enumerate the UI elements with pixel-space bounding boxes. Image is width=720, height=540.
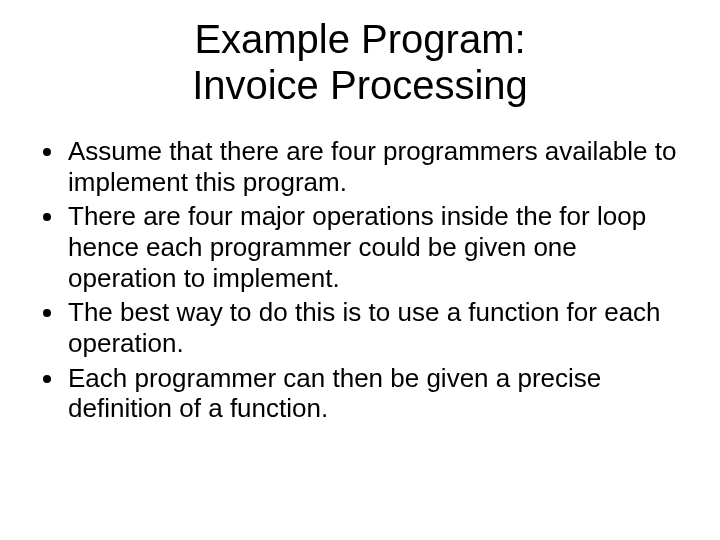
title-line-2: Invoice Processing [192,63,528,107]
slide-title: Example Program: Invoice Processing [36,16,684,108]
slide: Example Program: Invoice Processing Assu… [0,0,720,540]
list-item: Assume that there are four programmers a… [66,136,684,197]
list-item: There are four major operations inside t… [66,201,684,293]
list-item: The best way to do this is to use a func… [66,297,684,358]
bullet-list: Assume that there are four programmers a… [36,136,684,424]
list-item: Each programmer can then be given a prec… [66,363,684,424]
title-line-1: Example Program: [194,17,525,61]
